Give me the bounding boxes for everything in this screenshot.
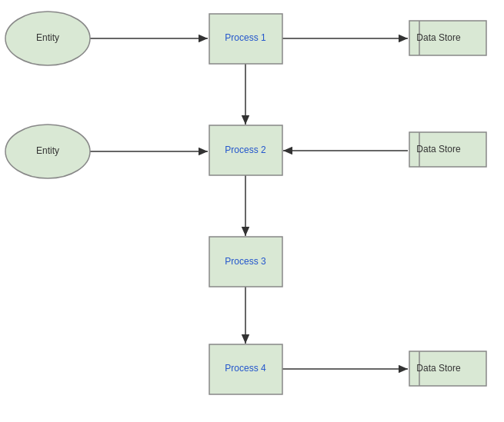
process2-label: Process 2 (225, 145, 266, 155)
ds2-label: Data Store (416, 144, 461, 155)
ds3-label: Data Store (416, 363, 461, 374)
process3-label: Process 3 (225, 256, 266, 267)
entity1-label: Entity (36, 32, 59, 43)
process1-label: Process 1 (225, 32, 266, 43)
entity2-label: Entity (36, 145, 59, 156)
process4-label: Process 4 (225, 363, 266, 374)
diagram-svg: Entity Entity Process 1 Process 2 Proces… (0, 0, 504, 422)
ds1-label: Data Store (416, 32, 461, 43)
diagram-container: Entity Entity Process 1 Process 2 Proces… (0, 0, 504, 422)
